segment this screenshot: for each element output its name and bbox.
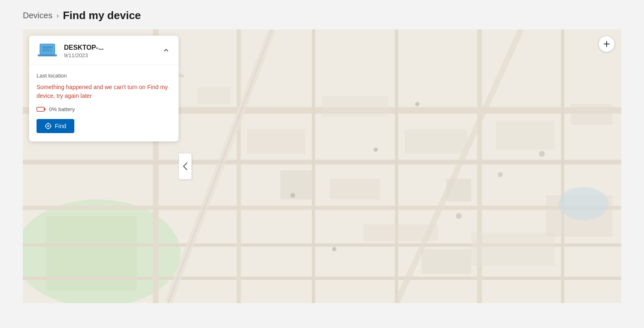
svg-point-36 bbox=[498, 172, 503, 177]
svg-rect-50 bbox=[37, 107, 44, 112]
last-location-label: Last location bbox=[37, 73, 171, 79]
page-title: Find my device bbox=[63, 9, 141, 22]
svg-rect-45 bbox=[39, 55, 56, 56]
svg-point-39 bbox=[558, 187, 608, 220]
svg-point-35 bbox=[332, 247, 336, 251]
error-message: Something happened and we can't turn on … bbox=[37, 83, 171, 100]
svg-rect-51 bbox=[44, 108, 46, 110]
svg-point-33 bbox=[374, 148, 378, 152]
battery-icon bbox=[37, 107, 46, 112]
device-info: DESKTOP-... 9/11/2023 bbox=[64, 44, 104, 58]
svg-point-37 bbox=[415, 102, 419, 106]
battery-percent: 0% battery bbox=[49, 106, 75, 112]
svg-point-53 bbox=[47, 125, 49, 127]
svg-point-38 bbox=[539, 151, 545, 157]
svg-rect-49 bbox=[42, 50, 51, 51]
device-panel-body: Last location Something happened and we … bbox=[29, 65, 179, 141]
battery-row: 0% battery bbox=[37, 106, 171, 112]
breadcrumb-chevron-icon: › bbox=[56, 12, 59, 19]
device-header-left: DESKTOP-... 9/11/2023 bbox=[37, 43, 104, 59]
device-panel: DESKTOP-... 9/11/2023 Last location Some… bbox=[29, 36, 179, 141]
svg-point-34 bbox=[456, 213, 462, 219]
svg-point-32 bbox=[290, 193, 295, 198]
device-name: DESKTOP-... bbox=[64, 44, 104, 51]
device-panel-header: DESKTOP-... 9/11/2023 bbox=[29, 36, 179, 65]
map-collapse-button[interactable] bbox=[179, 153, 192, 180]
zoom-in-button[interactable] bbox=[598, 36, 615, 52]
find-button-label: Find bbox=[55, 123, 66, 129]
device-icon bbox=[37, 43, 58, 59]
collapse-panel-button[interactable] bbox=[161, 45, 171, 57]
breadcrumb: Devices › Find my device bbox=[0, 0, 644, 29]
map-container: City Mac... bbox=[23, 29, 621, 303]
breadcrumb-devices-link[interactable]: Devices bbox=[23, 11, 52, 20]
find-button[interactable]: Find bbox=[37, 119, 74, 133]
svg-rect-47 bbox=[42, 46, 52, 48]
svg-rect-48 bbox=[42, 49, 50, 49]
device-date: 9/11/2023 bbox=[64, 52, 104, 58]
